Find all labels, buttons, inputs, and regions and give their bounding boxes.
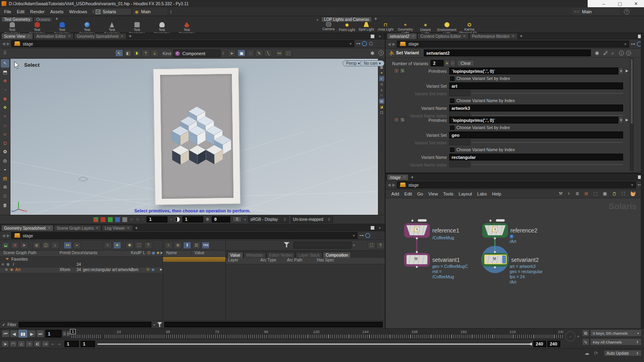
- display-lights-icon[interactable]: ✦: [379, 70, 384, 76]
- spreadsheet-filter-input[interactable]: [164, 322, 383, 327]
- col-star-icon[interactable]: ★: [156, 251, 160, 255]
- tab-stage-network[interactable]: /stage✕: [387, 174, 409, 180]
- keys-icon[interactable]: ⧉: [582, 329, 589, 337]
- snap-grid-icon[interactable]: ⌗: [1, 112, 9, 121]
- help-icon[interactable]: ?: [144, 242, 152, 249]
- node-output-dot[interactable]: [494, 237, 496, 239]
- material-tool-icon[interactable]: ⛭: [1, 192, 9, 200]
- loop-mode-icon[interactable]: ◠: [10, 341, 17, 347]
- display-wire-icon[interactable]: ◇: [379, 82, 384, 87]
- radial-menu-icon[interactable]: [362, 41, 367, 46]
- select-dependencies-icon[interactable]: ⚯: [275, 49, 283, 57]
- close-tab-icon[interactable]: ✕: [27, 34, 31, 38]
- prim-node-icon[interactable]: ⬓: [2, 242, 10, 249]
- help-icon[interactable]: ?: [624, 9, 630, 14]
- maximize-button[interactable]: ▢: [612, 0, 628, 7]
- node-output-dot[interactable]: [416, 266, 418, 268]
- variant-name-field[interactable]: artwork3: [449, 105, 623, 111]
- col-l[interactable]: L: [143, 251, 145, 255]
- pick-node-icon[interactable]: ➤: [625, 117, 628, 123]
- link-selection-icon[interactable]: ⚯: [64, 242, 72, 249]
- choose-name-index-checkbox[interactable]: [450, 99, 454, 103]
- funnel-icon[interactable]: [157, 322, 162, 327]
- display-points-icon[interactable]: ∷: [379, 93, 384, 98]
- brush-icon[interactable]: 🖉: [603, 50, 608, 56]
- col-kind[interactable]: Kind: [131, 251, 139, 255]
- net-menu-labs[interactable]: Labs: [477, 191, 487, 196]
- tab-animation-editor[interactable]: Animation Editor✕: [33, 33, 74, 39]
- menu-assets[interactable]: Assets: [50, 9, 64, 14]
- tab-scene-view[interactable]: Scene View✕: [1, 33, 33, 39]
- menu-render[interactable]: Render: [30, 9, 45, 14]
- stop-button[interactable]: ▮▮: [19, 330, 27, 337]
- search-icon[interactable]: ⌕: [611, 50, 614, 56]
- cube-view-icon[interactable]: ⬡: [369, 41, 373, 46]
- inspect-icon[interactable]: ⌕: [51, 242, 59, 249]
- close-tab-icon[interactable]: ✕: [127, 226, 130, 230]
- primitives-field[interactable]: `lopinputprims('.', 0)`: [449, 117, 618, 123]
- range-slider[interactable]: [97, 343, 530, 345]
- snap-point-icon[interactable]: ∪: [1, 130, 9, 138]
- col-activation-icon[interactable]: ⏻: [147, 251, 151, 255]
- add-variant-icon[interactable]: +: [444, 60, 450, 66]
- net-menu-edit[interactable]: Edit: [405, 191, 412, 196]
- tab-layer-stack[interactable]: Layer Stack: [295, 252, 322, 258]
- shelf-more-icon[interactable]: ▾: [316, 18, 318, 22]
- primitives-field[interactable]: `lopinputprims('.', 0)`: [449, 68, 618, 74]
- add-pane-tab-icon[interactable]: +: [127, 33, 134, 39]
- pin-icon[interactable]: ⊶: [359, 233, 363, 238]
- update-mode-dropdown[interactable]: Auto Update⇕: [604, 350, 642, 356]
- col-variants[interactable]: Variants: [83, 251, 97, 255]
- brush-select-icon[interactable]: ✎: [255, 49, 263, 57]
- col-scene-graph-path[interactable]: Scene Graph Path: [3, 251, 36, 255]
- prims-menu-icon[interactable]: ▾: [619, 68, 623, 74]
- node-title-reference1[interactable]: reference1: [432, 227, 459, 234]
- translate-tool-icon[interactable]: ⬒: [1, 68, 9, 76]
- current-frame-field[interactable]: 1: [45, 330, 62, 337]
- node-flag-dot[interactable]: [489, 220, 491, 222]
- variant-set-field[interactable]: geo: [449, 132, 623, 138]
- filters-icon[interactable]: ⫾⫾: [33, 242, 41, 249]
- variant-name-field[interactable]: rectangular: [449, 154, 623, 160]
- path-dropdown-icon[interactable]: ▾: [624, 42, 626, 46]
- net-image-icon[interactable]: ⛶: [622, 191, 625, 196]
- simulation-toggle-icon[interactable]: ⇢: [42, 341, 49, 347]
- col-name[interactable]: Name: [163, 251, 191, 257]
- pane-menu-icon[interactable]: ▾: [379, 226, 381, 230]
- audio-icon[interactable]: ♪: [565, 331, 576, 341]
- playhead[interactable]: 1: [70, 329, 76, 334]
- measure-tool-icon[interactable]: ▤: [1, 174, 9, 183]
- net-color-palette-icon[interactable]: ⊞: [584, 191, 588, 196]
- net-list-icon[interactable]: ≣: [576, 191, 579, 196]
- net-menu-go[interactable]: Go: [417, 191, 423, 196]
- select-components-icon[interactable]: ❥: [133, 49, 141, 57]
- tree-mode-icon[interactable]: ⊦: [165, 242, 173, 249]
- pane-maximize-icon[interactable]: [371, 35, 374, 38]
- pane-menu-icon[interactable]: ▾: [379, 34, 381, 39]
- path-forward-icon[interactable]: ▶: [7, 233, 10, 238]
- prims-menu-icon[interactable]: ▾: [619, 117, 623, 123]
- kind-spinner-icon[interactable]: ⇕: [222, 51, 225, 56]
- range-end-field[interactable]: 240: [547, 341, 560, 347]
- viewport-gear-icon[interactable]: ✱: [370, 50, 375, 56]
- node-info-badge-icon[interactable]: i: [510, 234, 514, 239]
- remove-variant-icon[interactable]: −: [450, 60, 455, 66]
- keys-summary-button[interactable]: 0 keys, 0/0 channels▴: [590, 329, 642, 337]
- flipbook-icon[interactable]: ◓: [1, 165, 9, 174]
- menu-windows[interactable]: Windows: [69, 9, 87, 14]
- select-parent-icon[interactable]: ⇡: [142, 49, 150, 57]
- path-back-icon[interactable]: ◀: [388, 183, 391, 187]
- display-gl-icon[interactable]: ◪: [379, 104, 384, 109]
- path-field[interactable]: stage ▾: [397, 41, 629, 47]
- close-tab-icon[interactable]: ✕: [463, 34, 466, 38]
- net-tools-icon[interactable]: ⚒: [559, 191, 563, 196]
- node-output-dot[interactable]: [494, 266, 496, 268]
- prev-frame-icon[interactable]: ◁: [62, 331, 66, 337]
- net-menu-view[interactable]: View: [428, 191, 438, 196]
- tree-row-root[interactable]: ⊖ ◍ / 34: [0, 262, 163, 267]
- active-lights-icon[interactable]: ☀: [113, 242, 121, 249]
- desktop-selector-right[interactable]: ⁙⁙ Main: [572, 8, 620, 15]
- close-tab-icon[interactable]: ✕: [411, 34, 415, 38]
- net-menu-layout[interactable]: Layout: [459, 191, 472, 196]
- select-cursor-icon[interactable]: ➤: [228, 49, 236, 57]
